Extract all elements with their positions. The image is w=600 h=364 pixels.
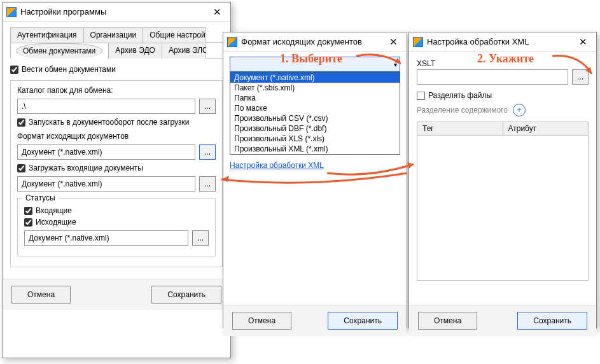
statuses-group: Статусы Входящие Исходящие ... (17, 198, 216, 256)
format-dropdown[interactable]: ▾ Документ (*.native.xml) Пакет (*.sbis.… (230, 57, 400, 72)
split-content-row: Разделение содержимого + (417, 104, 589, 116)
close-icon[interactable]: ✕ (206, 3, 228, 21)
save-button[interactable]: Сохранить (328, 312, 398, 330)
cancel-button[interactable]: Отмена (11, 286, 71, 304)
footer: Отмена Сохранить (223, 305, 407, 336)
save-button[interactable]: Сохранить (151, 286, 221, 304)
close-icon[interactable]: ✕ (572, 32, 594, 51)
settings-window: Настройки программы ✕ Аутентификация Орг… (2, 2, 231, 358)
status-in-checkbox[interactable]: Входящие (24, 206, 209, 215)
out-format-button[interactable]: ... (199, 144, 216, 160)
load-incoming-checkbox[interactable]: Загружать входящие документы (17, 164, 216, 172)
xslt-browse-button[interactable]: ... (572, 69, 589, 85)
window-title: Настройка обработки XML (427, 37, 572, 46)
option-dbf[interactable]: Произвольный DBF (*.dbf) (230, 123, 400, 134)
tabs: Аутентификация Организации Общие настрой… (10, 27, 223, 43)
status-button[interactable]: ... (192, 230, 209, 246)
option-sbis[interactable]: Пакет (*.sbis.xml) (230, 83, 400, 93)
option-folder[interactable]: Папка (230, 93, 400, 103)
col-tag: Тег (417, 122, 503, 135)
cancel-button[interactable]: Отмена (232, 312, 291, 330)
chevron-down-icon: ▾ (394, 61, 397, 68)
tab-general[interactable]: Общие настройки (143, 27, 206, 43)
option-native[interactable]: Документ (*.native.xml) (230, 73, 400, 83)
out-format-input[interactable] (17, 144, 195, 160)
tabs-row2: Обмен документами Архив ЭДО Архив ЭЛО (10, 42, 223, 59)
option-xls[interactable]: Произвольный XLS (*.xls) (230, 134, 400, 144)
option-mask[interactable]: По маске (230, 103, 400, 113)
browse-folder-button[interactable]: ... (199, 99, 216, 114)
option-xml[interactable]: Произвольный XML (*.xml) (230, 144, 400, 154)
xml-settings-link[interactable]: Настройка обработки XML (230, 161, 324, 170)
xslt-label: XSLT (417, 59, 589, 68)
cancel-button[interactable]: Отмена (418, 312, 477, 330)
footer: Отмена Сохранить (409, 305, 596, 336)
incoming-button[interactable]: ... (199, 176, 216, 192)
tab-orgs[interactable]: Организации (83, 27, 144, 43)
close-icon[interactable]: ✕ (382, 32, 404, 51)
window-title: Формат исходящих документов (241, 37, 382, 46)
save-button[interactable]: Сохранить (517, 312, 587, 330)
xml-window: Настройка обработки XML ✕ XSLT ... Разде… (408, 32, 597, 328)
titlebar: Формат исходящих документов ✕ (223, 32, 407, 52)
tab-exchange[interactable]: Обмен документами (10, 43, 109, 59)
tab-auth[interactable]: Аутентификация (10, 27, 84, 43)
dropdown-list: Документ (*.native.xml) Пакет (*.sbis.xm… (230, 72, 400, 155)
app-icon (6, 7, 17, 17)
launch-checkbox[interactable]: Запускать в документооборот после загруз… (17, 118, 216, 127)
folder-group: Каталог папок для обмена: ... Запускать … (10, 80, 223, 267)
titlebar: Настройка обработки XML ✕ (409, 32, 596, 52)
tab-archive-edo[interactable]: Архив ЭДО (108, 43, 162, 59)
app-icon (227, 37, 237, 47)
tab-archive-elo[interactable]: Архив ЭЛО (162, 43, 206, 59)
statuses-legend: Статусы (23, 193, 58, 202)
app-icon (413, 37, 423, 47)
status-out-checkbox[interactable]: Исходящие (24, 218, 209, 227)
xslt-input[interactable] (417, 69, 568, 85)
exchange-checkbox[interactable]: Вести обмен документами (10, 65, 223, 74)
split-table: Тег Атрибут (417, 122, 589, 281)
status-input[interactable] (24, 230, 188, 246)
window-title: Настройки программы (20, 7, 206, 17)
out-format-label: Формат исходящих документов (17, 132, 216, 141)
option-csv[interactable]: Произвольный CSV (*.csv) (230, 113, 400, 123)
add-button[interactable]: + (513, 104, 526, 116)
titlebar: Настройки программы ✕ (3, 3, 230, 22)
col-attr: Атрибут (503, 122, 589, 135)
split-checkbox[interactable]: Разделять файлы (417, 91, 589, 100)
format-window: Формат исходящих документов ✕ ▾ Документ… (223, 32, 407, 328)
folder-label: Каталог папок для обмена: (17, 86, 216, 95)
incoming-input[interactable] (17, 176, 195, 192)
folder-input[interactable] (17, 99, 195, 114)
footer: Отмена Сохранить (3, 279, 230, 310)
